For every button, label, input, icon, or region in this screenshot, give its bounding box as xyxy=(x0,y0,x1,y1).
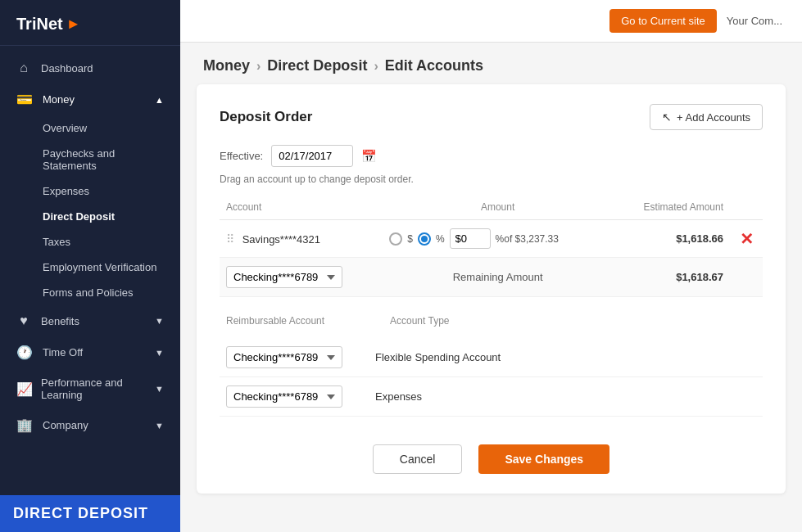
table-row: ⠿ Savings****4321 $ % %of $3,237.33 xyxy=(220,220,763,258)
logo-arrow-icon: ► xyxy=(66,16,81,33)
sidebar-item-time-off[interactable]: 🕐 Time Off ▼ xyxy=(0,336,180,368)
remaining-account-cell: Checking****6789 xyxy=(220,258,383,297)
drag-handle-icon[interactable]: ⠿ xyxy=(226,232,234,246)
estimated-value: $1,618.66 xyxy=(676,232,723,245)
sidebar-item-label: Benefits xyxy=(41,315,79,327)
amount-cell: $ % %of $3,237.33 xyxy=(383,220,613,258)
reimbursable-headers: Reimbursable Account Account Type xyxy=(220,310,763,331)
sidebar-item-label: Money xyxy=(43,93,75,106)
main-content: Go to Current site Your Com... Money › D… xyxy=(180,0,802,532)
sidebar-item-taxes[interactable]: Taxes xyxy=(0,229,180,255)
cancel-button[interactable]: Cancel xyxy=(373,444,463,474)
account-type-col-label: Account Type xyxy=(383,310,456,331)
company-icon: 🏢 xyxy=(16,417,33,433)
col-remove xyxy=(730,196,763,220)
remaining-row: Checking****6789 Remaining Amount $1,618… xyxy=(220,258,763,297)
dollar-radio[interactable] xyxy=(389,232,402,246)
sidebar-item-overview[interactable]: Overview xyxy=(0,115,180,141)
chevron-down-icon: ▼ xyxy=(155,316,164,326)
col-amount: Amount xyxy=(383,196,613,220)
go-current-button[interactable]: Go to Current site xyxy=(609,9,717,33)
sidebar-item-forms-policies[interactable]: Forms and Policies xyxy=(0,280,180,305)
logo-text: TriNet xyxy=(16,15,63,34)
breadcrumb-money[interactable]: Money xyxy=(203,57,250,74)
sidebar-item-money[interactable]: 💳 Money ▲ xyxy=(0,83,180,115)
amount-type-group: $ % %of $3,237.33 xyxy=(389,228,606,249)
sidebar-item-performance[interactable]: 📈 Performance and Learning ▼ xyxy=(0,368,180,409)
sidebar-logo: TriNet ► xyxy=(0,0,180,46)
company-name: Your Com... xyxy=(727,15,782,27)
remove-button[interactable]: ✕ xyxy=(740,229,754,249)
remaining-value-cell: $1,618.67 xyxy=(613,258,730,297)
remaining-empty-cell xyxy=(730,258,763,297)
dollar-label: $ xyxy=(407,233,413,245)
sidebar-item-benefits[interactable]: ♥ Benefits ▼ xyxy=(0,305,180,336)
sidebar-item-expenses[interactable]: Expenses xyxy=(0,178,180,204)
reimbursable-row-2: Checking****6789 Expenses xyxy=(220,377,763,417)
sidebar-item-label: Time Off xyxy=(43,346,83,358)
home-icon: ⌂ xyxy=(16,61,31,75)
amount-input[interactable] xyxy=(450,228,491,249)
card-header: Deposit Order ↖ + Add Accounts xyxy=(220,104,763,130)
sidebar-item-company[interactable]: 🏢 Company ▼ xyxy=(0,409,180,441)
col-account: Account xyxy=(220,196,383,220)
sidebar-nav: ⌂ Dashboard 💳 Money ▲ Overview Paychecks… xyxy=(0,46,180,495)
reimbursable-account-select-1[interactable]: Checking****6789 xyxy=(226,346,342,368)
percent-label: % xyxy=(436,233,445,245)
sidebar-item-label: Performance and Learning xyxy=(41,376,145,401)
chevron-up-icon: ▲ xyxy=(155,95,164,105)
drag-hint: Drag an account up to change deposit ord… xyxy=(220,174,763,185)
account-type-label-2: Expenses xyxy=(375,390,422,403)
breadcrumb-area: Money › Direct Deposit › Edit Accounts xyxy=(180,43,802,84)
remaining-value: $1,618.67 xyxy=(676,271,723,283)
reimbursable-account-select-2[interactable]: Checking****6789 xyxy=(226,385,342,408)
deposit-order-card: Deposit Order ↖ + Add Accounts Effective… xyxy=(197,84,786,494)
sidebar-item-dashboard[interactable]: ⌂ Dashboard xyxy=(0,52,180,83)
col-estimated: Estimated Amount xyxy=(613,196,730,220)
sidebar-item-direct-deposit[interactable]: Direct Deposit xyxy=(0,204,180,229)
reimbursable-row-1: Checking****6789 Flexible Spending Accou… xyxy=(220,338,763,377)
chevron-down-icon: ▼ xyxy=(155,384,164,394)
top-bar: Go to Current site Your Com... xyxy=(180,0,802,43)
reimbursable-col-label: Reimbursable Account xyxy=(220,310,383,331)
sidebar: TriNet ► ⌂ Dashboard 💳 Money ▲ Overview … xyxy=(0,0,180,532)
breadcrumb-separator-1: › xyxy=(256,59,261,74)
account-cell: ⠿ Savings****4321 xyxy=(220,220,383,258)
breadcrumb-edit-accounts: Edit Accounts xyxy=(385,57,483,74)
card-title: Deposit Order xyxy=(220,109,312,125)
breadcrumb-separator-2: › xyxy=(374,59,378,74)
breadcrumb-direct-deposit[interactable]: Direct Deposit xyxy=(267,57,367,74)
estimated-cell: $1,618.66 xyxy=(613,220,730,258)
add-accounts-button[interactable]: ↖ + Add Accounts xyxy=(650,104,763,130)
remaining-label-cell: Remaining Amount xyxy=(383,258,613,297)
account-name: Savings****4321 xyxy=(242,233,320,246)
deposit-table: Account Amount Estimated Amount ⠿ xyxy=(220,196,763,297)
direct-deposit-banner: DIRECT DEPOSIT xyxy=(0,495,180,532)
chevron-down-icon: ▼ xyxy=(155,348,164,358)
effective-label: Effective: xyxy=(220,150,263,162)
benefits-icon: ♥ xyxy=(16,313,31,328)
account-type-label-1: Flexible Spending Account xyxy=(375,351,501,363)
calendar-icon[interactable]: 📅 xyxy=(361,149,377,164)
time-icon: 🕐 xyxy=(16,345,33,360)
sidebar-item-paychecks[interactable]: Paychecks and Statements xyxy=(0,141,180,178)
percent-radio[interactable] xyxy=(418,232,431,246)
money-icon: 💳 xyxy=(16,92,33,107)
save-changes-button[interactable]: Save Changes xyxy=(478,444,609,474)
sidebar-item-label: Dashboard xyxy=(41,62,93,74)
money-subnav: Overview Paychecks and Statements Expens… xyxy=(0,115,180,305)
effective-date-input[interactable] xyxy=(271,145,353,167)
sidebar-item-employment-verification[interactable]: Employment Verification xyxy=(0,255,180,280)
remaining-label: Remaining Amount xyxy=(453,271,543,283)
card-footer: Cancel Save Changes xyxy=(220,436,763,474)
remove-cell: ✕ xyxy=(730,220,763,258)
sidebar-item-label: Company xyxy=(43,419,88,431)
cursor-icon: ↖ xyxy=(662,110,672,124)
breadcrumb: Money › Direct Deposit › Edit Accounts xyxy=(203,57,779,74)
percent-of-label: %of $3,237.33 xyxy=(496,233,559,245)
effective-date-row: Effective: 📅 xyxy=(220,145,763,167)
performance-icon: 📈 xyxy=(16,381,31,397)
chevron-down-icon: ▼ xyxy=(155,421,164,431)
remaining-account-select[interactable]: Checking****6789 xyxy=(226,266,342,288)
